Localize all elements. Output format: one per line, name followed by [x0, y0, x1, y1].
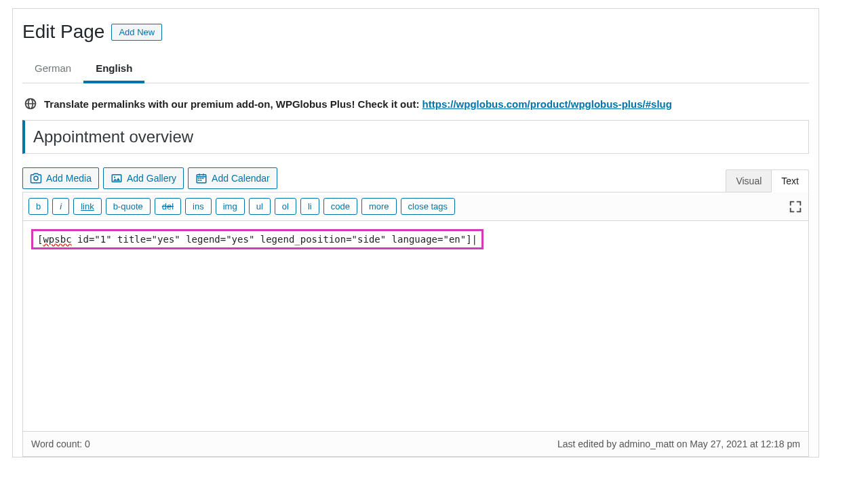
language-tabs: German English — [22, 55, 809, 83]
qt-link-button[interactable]: link — [73, 198, 102, 215]
svg-point-1 — [114, 176, 115, 178]
promo-text-label: Translate permalinks with our premium ad… — [44, 98, 422, 110]
last-edited: Last edited by admino_matt on May 27, 20… — [557, 439, 800, 449]
qt-ins-button[interactable]: ins — [185, 198, 212, 215]
add-media-button[interactable]: Add Media — [22, 167, 99, 189]
add-new-button[interactable]: Add New — [111, 24, 162, 41]
word-count: Word count: 0 — [31, 439, 90, 449]
content-rest: id="1" title="yes" legend="yes" legend_p… — [72, 234, 477, 245]
tab-english[interactable]: English — [83, 56, 144, 83]
add-calendar-label: Add Calendar — [212, 173, 270, 184]
qt-code-button[interactable]: code — [323, 198, 357, 215]
add-calendar-button[interactable]: Add Calendar — [188, 167, 277, 189]
qt-li-button[interactable]: li — [300, 198, 319, 215]
qt-bquote-button[interactable]: b-quote — [106, 198, 151, 215]
qt-closetags-button[interactable]: close tags — [401, 198, 456, 215]
gallery-icon — [111, 172, 123, 184]
add-gallery-label: Add Gallery — [127, 173, 176, 184]
add-media-label: Add Media — [46, 173, 92, 184]
title-input[interactable] — [25, 121, 808, 153]
tab-text[interactable]: Text — [771, 169, 809, 192]
promo-text: Translate permalinks with our premium ad… — [44, 98, 672, 110]
media-icon — [30, 172, 42, 184]
content-textarea[interactable]: [wpsbc id="1" title="yes" legend="yes" l… — [23, 221, 808, 431]
globe-icon — [24, 97, 37, 110]
qt-more-button[interactable]: more — [361, 198, 397, 215]
content-misspelled: wpsbc — [43, 234, 71, 245]
qt-bold-button[interactable]: b — [28, 198, 48, 215]
tab-german[interactable]: German — [22, 56, 83, 83]
qt-ul-button[interactable]: ul — [249, 198, 271, 215]
title-input-wrap — [22, 120, 809, 154]
page-title: Edit Page — [22, 21, 104, 43]
promo-link[interactable]: https://wpglobus.com/product/wpglobus-pl… — [422, 98, 672, 110]
quicktags-toolbar: b i link b-quote del ins img ul ol li co… — [23, 192, 808, 221]
tab-visual[interactable]: Visual — [726, 169, 771, 192]
qt-ol-button[interactable]: ol — [275, 198, 296, 215]
shortcode-highlight: [wpsbc id="1" title="yes" legend="yes" l… — [31, 229, 484, 249]
calendar-icon — [195, 172, 208, 184]
qt-img-button[interactable]: img — [216, 198, 245, 215]
add-gallery-button[interactable]: Add Gallery — [103, 167, 184, 189]
qt-italic-button[interactable]: i — [52, 198, 69, 215]
fullscreen-icon[interactable] — [788, 199, 803, 214]
qt-del-button[interactable]: del — [155, 198, 181, 215]
